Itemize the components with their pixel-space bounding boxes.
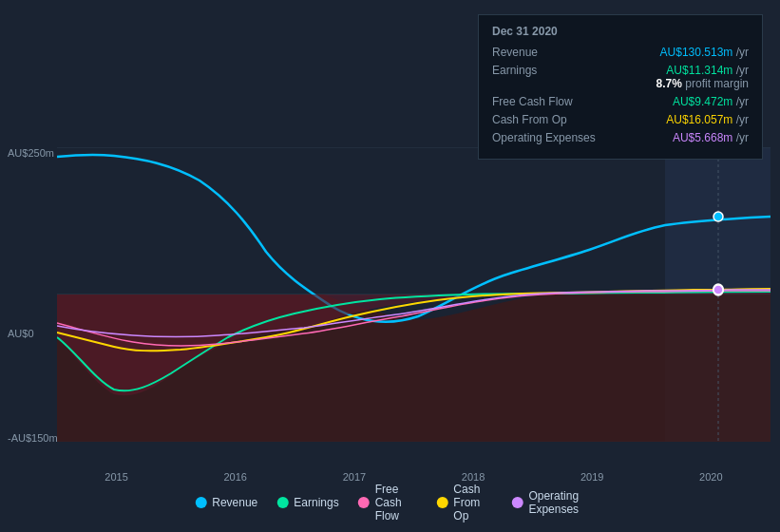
tooltip-label-opex: Operating Expenses (492, 131, 606, 144)
svg-point-12 (713, 285, 723, 294)
tooltip-label-revenue: Revenue (492, 46, 606, 59)
tooltip-row-fcf: Free Cash Flow AU$9.472m /yr (492, 95, 749, 108)
chart-container: Dec 31 2020 Revenue AU$130.513m /yr Earn… (0, 0, 780, 532)
tooltip-value-opex: AU$5.668m /yr (673, 131, 749, 144)
tooltip-row-opex: Operating Expenses AU$5.668m /yr (492, 131, 749, 144)
y-label-0: AU$0 (8, 328, 34, 339)
legend-label-revenue: Revenue (212, 496, 257, 509)
x-label-2017: 2017 (343, 471, 366, 483)
x-label-2018: 2018 (462, 471, 485, 483)
legend-dot-revenue (195, 497, 206, 508)
legend-label-fcf: Free Cash Flow (375, 483, 418, 522)
legend-label-opex: Operating Expenses (528, 489, 584, 516)
tooltip-value-cashfromop: AU$16.057m /yr (666, 113, 749, 126)
tooltip-label-fcf: Free Cash Flow (492, 95, 606, 108)
tooltip-row-earnings: Earnings AU$11.314m /yr 8.7% profit marg… (492, 64, 749, 90)
tooltip-row-revenue: Revenue AU$130.513m /yr (492, 46, 749, 59)
legend-item-fcf[interactable]: Free Cash Flow (358, 483, 418, 522)
tooltip-value-earnings: AU$11.314m /yr 8.7% profit margin (656, 64, 749, 90)
legend-item-opex[interactable]: Operating Expenses (511, 489, 584, 516)
chart-legend: Revenue Earnings Free Cash Flow Cash Fro… (195, 483, 585, 522)
tooltip-box: Dec 31 2020 Revenue AU$130.513m /yr Earn… (478, 14, 763, 160)
x-label-2019: 2019 (580, 471, 603, 483)
tooltip-title: Dec 31 2020 (492, 25, 749, 38)
tooltip-value-fcf: AU$9.472m /yr (673, 95, 749, 108)
legend-label-cashfromop: Cash From Op (453, 483, 492, 522)
tooltip-label-cashfromop: Cash From Op (492, 113, 606, 126)
y-label-neg150m: -AU$150m (8, 432, 58, 444)
tooltip-row-cashfromop: Cash From Op AU$16.057m /yr (492, 113, 749, 126)
tooltip-label-earnings: Earnings (492, 64, 606, 77)
tooltip-value-revenue: AU$130.513m /yr (660, 46, 749, 59)
legend-item-cashfromop[interactable]: Cash From Op (436, 483, 492, 522)
chart-svg (57, 147, 770, 442)
legend-dot-fcf (358, 497, 370, 508)
x-label-2016: 2016 (223, 471, 246, 483)
legend-item-revenue[interactable]: Revenue (195, 496, 257, 509)
y-label-250m: AU$250m (8, 147, 54, 159)
legend-item-earnings[interactable]: Earnings (276, 496, 338, 509)
x-axis-labels: 2015 2016 2017 2018 2019 2020 (57, 471, 770, 483)
legend-dot-opex (511, 497, 523, 508)
legend-dot-earnings (276, 497, 288, 508)
x-label-2015: 2015 (105, 471, 127, 483)
legend-dot-cashfromop (436, 497, 447, 508)
x-label-2020: 2020 (699, 471, 722, 483)
svg-point-8 (713, 212, 723, 221)
legend-label-earnings: Earnings (294, 496, 338, 509)
